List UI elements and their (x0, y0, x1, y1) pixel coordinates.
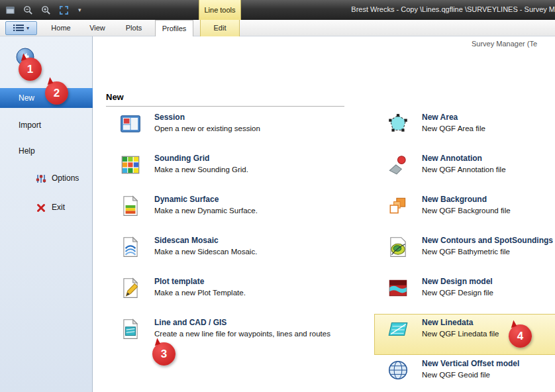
callout-badge-2: 2 (45, 81, 68, 105)
item-desc: New QGF Background file (422, 206, 511, 215)
item-text: New Area New QGF Area file (422, 113, 485, 135)
menu-item-new-vertical-offset[interactable]: New Vertical Offset model New QGF Geoid … (387, 359, 555, 381)
item-title: New Annotation (422, 154, 506, 164)
item-text: New Linedata New QGF Linedata file (422, 318, 499, 340)
app-window-icon (4, 4, 16, 16)
section-title: New (106, 92, 124, 102)
exit-icon (36, 202, 46, 213)
item-desc: New QGF Design file (422, 288, 493, 297)
menu-item-session[interactable]: Session Open a new or existing session (119, 113, 338, 135)
callout-badge-4: 4 (509, 324, 532, 348)
tab-edit[interactable]: Edit (200, 20, 240, 36)
toolbar-dropdown-icon[interactable]: ▾ (76, 7, 81, 13)
item-text: New Design model New QGF Design file (422, 277, 493, 299)
item-desc: New QGF Geoid file (422, 370, 519, 379)
item-title: New Linedata (422, 318, 499, 328)
sidescan-mosaic-icon (119, 236, 142, 258)
badge-number: 4 (517, 330, 523, 343)
sounding-grid-icon (119, 154, 142, 176)
menu-icon (13, 23, 24, 34)
fit-extents-icon[interactable] (58, 4, 70, 16)
item-desc: New QGF Area file (422, 124, 485, 133)
item-text: Sidescan Mosaic Make a new Sidescan Mosa… (154, 236, 257, 258)
zoom-in-icon[interactable] (40, 4, 52, 16)
badge-number: 1 (27, 63, 33, 76)
section-divider (106, 106, 344, 107)
new-annotation-icon (387, 154, 409, 176)
item-text: New Contours and SpotSoundings New QGF B… (422, 236, 553, 258)
plot-template-icon (119, 277, 142, 299)
item-text: Line and CAD / GIS Create a new line fil… (154, 318, 330, 340)
callout-badge-1: 1 (19, 58, 42, 81)
chevron-down-icon: ▾ (26, 25, 29, 31)
new-linedata-icon (387, 318, 409, 340)
item-desc: New QGF Bathymetric file (422, 247, 553, 256)
tab-profiles[interactable]: Profiles (155, 20, 193, 36)
item-text: New Vertical Offset model New QGF Geoid … (422, 359, 519, 381)
ribbon-tab-bar: ▾ Home View Plots Profiles Edit (0, 20, 555, 36)
window-title: Brest Wrecks - Copy \Lines.qgfline \SURV… (351, 5, 555, 13)
tab-view[interactable]: View (81, 20, 114, 36)
new-contours-icon (387, 236, 409, 258)
line-cad-gis-icon (119, 318, 142, 340)
menu-item-dynamic-surface[interactable]: Dynamic Surface Make a new Dynamic Surfa… (119, 195, 338, 217)
item-text: Dynamic Surface Make a new Dynamic Surfa… (154, 195, 258, 217)
sidebar-item-help[interactable]: Help (0, 142, 93, 160)
item-text: Plot template Make a new Plot Template. (154, 277, 246, 299)
contextual-tab-group-label: Line tools (199, 0, 241, 20)
item-title: Plot template (154, 277, 246, 287)
sidebar-item-label: Options (52, 173, 79, 183)
menu-item-line-cad-gis[interactable]: Line and CAD / GIS Create a new line fil… (119, 318, 358, 340)
item-text: New Annotation New QGF Annotation file (422, 154, 506, 176)
callout-badge-3: 3 (152, 342, 176, 366)
zoom-out-icon[interactable] (22, 4, 34, 16)
item-title: New Area (422, 113, 485, 122)
menu-item-sidescan-mosaic[interactable]: Sidescan Mosaic Make a new Sidescan Mosa… (119, 236, 338, 258)
item-desc: New QGF Linedata file (422, 329, 499, 338)
item-text: Sounding Grid Make a new Sounding Grid. (154, 154, 248, 176)
menu-item-new-annotation[interactable]: New Annotation New QGF Annotation file (387, 154, 555, 176)
item-desc: New QGF Annotation file (422, 165, 506, 174)
new-vertical-offset-icon (387, 359, 409, 381)
new-design-model-icon (387, 277, 409, 299)
quick-access-toolbar: ▾ (4, 2, 81, 18)
sidebar-item-options[interactable]: Options (0, 170, 93, 187)
item-title: Session (154, 113, 260, 122)
item-text: Session Open a new or existing session (154, 113, 260, 135)
dynamic-surface-icon (119, 195, 142, 217)
sidebar-item-import[interactable]: Import (0, 117, 93, 134)
item-desc: Make a new Plot Template. (154, 288, 246, 297)
session-icon (119, 113, 142, 135)
new-area-icon (387, 113, 409, 135)
menu-item-new-background[interactable]: New Background New QGF Background file (387, 195, 555, 217)
item-text: New Background New QGF Background file (422, 195, 511, 217)
item-desc: Make a new Dynamic Surface. (154, 206, 258, 215)
item-title: New Vertical Offset model (422, 359, 519, 369)
file-menu-button[interactable]: ▾ (5, 21, 37, 35)
menu-item-new-design-model[interactable]: New Design model New QGF Design file (387, 277, 555, 299)
item-title: Dynamic Surface (154, 195, 258, 205)
badge-number: 3 (161, 348, 167, 361)
item-title: New Background (422, 195, 511, 205)
item-title: Sounding Grid (154, 154, 248, 164)
menu-item-plot-template[interactable]: Plot template Make a new Plot Template. (119, 277, 338, 299)
item-title: New Contours and SpotSoundings (422, 236, 553, 246)
item-desc: Make a new Sounding Grid. (154, 165, 248, 174)
backstage-content: Survey Manager (Te New Session Open a ne… (93, 36, 555, 392)
item-desc: Make a new Sidescan Mosaic. (154, 247, 257, 256)
sidebar-item-exit[interactable]: Exit (0, 199, 93, 216)
tab-home[interactable]: Home (44, 20, 78, 36)
menu-item-sounding-grid[interactable]: Sounding Grid Make a new Sounding Grid. (119, 154, 338, 176)
options-icon (36, 173, 46, 183)
new-background-icon (387, 195, 409, 217)
menu-item-new-area[interactable]: New Area New QGF Area file (387, 113, 555, 135)
menu-item-new-contours[interactable]: New Contours and SpotSoundings New QGF B… (387, 236, 555, 258)
item-title: Line and CAD / GIS (154, 318, 330, 328)
app-name-text: Survey Manager (Te (472, 40, 555, 48)
item-title: Sidescan Mosaic (154, 236, 257, 246)
tab-plots[interactable]: Plots (117, 20, 151, 36)
item-desc: Open a new or existing session (154, 124, 260, 133)
badge-number: 2 (54, 87, 60, 100)
titlebar: ▾ Line tools Brest Wrecks - Copy \Lines.… (0, 0, 555, 20)
sidebar-item-label: Exit (52, 203, 65, 212)
